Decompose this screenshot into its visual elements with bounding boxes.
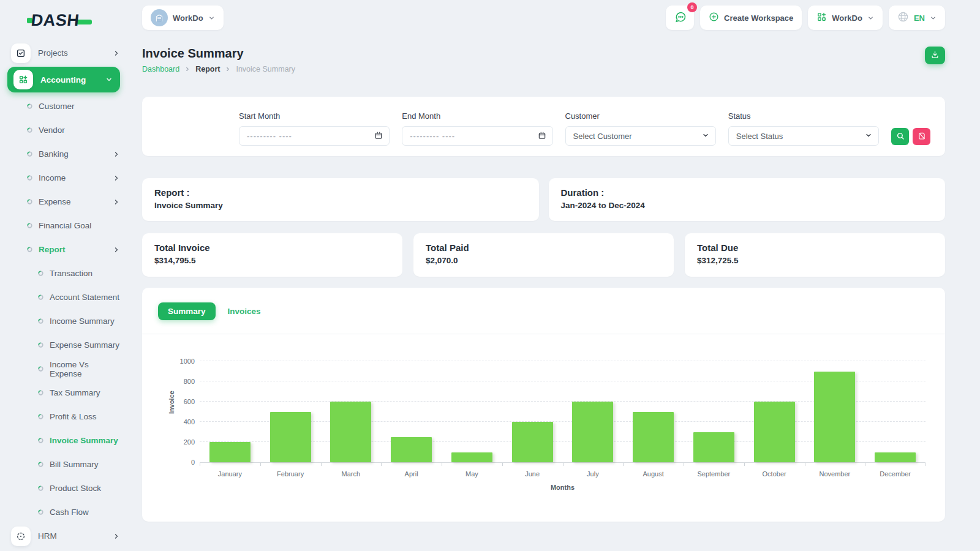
chart-slot-september: [684, 361, 744, 462]
sidebar-item-label: Income Summary: [50, 317, 120, 326]
customer-select[interactable]: Select Customer: [565, 126, 716, 146]
chart-bar-january[interactable]: [209, 442, 251, 462]
filter-form: Start Month --------- ---- End Month ---…: [239, 111, 930, 146]
total-value: $312,725.5: [697, 256, 933, 265]
target-icon: [27, 247, 32, 252]
brand-logo[interactable]: DASH: [27, 11, 129, 30]
sidebar-item-banking[interactable]: Banking: [0, 142, 129, 166]
sidebar-item-expense[interactable]: Expense: [0, 190, 129, 214]
sidebar-item-hrm[interactable]: HRM: [0, 524, 129, 548]
chart-bar-april[interactable]: [391, 437, 432, 462]
sidebar-item-invoice-summary[interactable]: Invoice Summary: [0, 429, 129, 452]
messages-badge: 0: [687, 2, 697, 12]
status-label: Status: [728, 111, 879, 121]
download-icon: [930, 50, 940, 61]
chevron-down-icon: [867, 15, 874, 21]
calendar-icon[interactable]: [374, 131, 383, 141]
breadcrumb-report: Report: [195, 65, 220, 73]
chart-xtick-april: April: [381, 470, 442, 478]
sidebar-item-account-statement[interactable]: Account Statement: [0, 285, 129, 309]
download-report-button[interactable]: [925, 47, 945, 64]
chart-bar-november[interactable]: [814, 372, 855, 463]
chart-bar-august[interactable]: [633, 412, 674, 463]
sidebar-item-accounting[interactable]: Accounting: [7, 67, 120, 92]
sidebar-item-profit-loss[interactable]: Profit & Loss: [0, 405, 129, 429]
hrm-icon: [11, 527, 31, 546]
sidebar-item-label: Transaction: [50, 269, 120, 278]
chart-bar-february[interactable]: [270, 412, 311, 463]
sidebar-item-label: Expense: [39, 197, 113, 206]
end-month-input[interactable]: --------- ----: [402, 126, 552, 146]
sidebar-item-label: Banking: [39, 149, 113, 159]
sidebar-item-transaction[interactable]: Transaction: [0, 261, 129, 285]
sidebar-item-income-summary[interactable]: Income Summary: [0, 309, 129, 333]
breadcrumb-dashboard[interactable]: Dashboard: [142, 65, 179, 73]
total-card-total-invoice: Total Invoice $314,795.5: [142, 233, 402, 277]
target-icon: [27, 103, 32, 109]
sidebar-item-product-stock[interactable]: Product Stock: [0, 476, 129, 500]
create-workspace-button[interactable]: Create Workspace: [700, 6, 802, 30]
sidebar-item-financial-goal[interactable]: Financial Goal: [0, 214, 129, 238]
plus-circle-icon: [709, 12, 719, 24]
chart-xtick-october: October: [744, 470, 805, 478]
duration-label: Duration :: [561, 187, 933, 198]
sidebar-item-customer[interactable]: Customer: [0, 94, 129, 118]
chevron-right-icon: [184, 66, 190, 72]
sidebar-item-label: Financial Goal: [39, 221, 120, 230]
chart-bar-july[interactable]: [572, 402, 613, 462]
chevron-right-icon: [113, 246, 120, 253]
target-icon: [27, 151, 32, 157]
chart-bar-december[interactable]: [875, 452, 916, 463]
chart-card: SummaryInvoices Invoice 0200400600800100…: [142, 288, 945, 522]
target-icon: [27, 223, 32, 228]
customer-field: Customer Select Customer: [565, 111, 716, 146]
workdo-menu-button[interactable]: WorkDo: [808, 6, 883, 30]
messages-button[interactable]: 0: [666, 6, 694, 30]
chevron-right-icon: [113, 151, 120, 158]
sidebar-item-vendor[interactable]: Vendor: [0, 118, 129, 142]
sidebar-item-expense-summary[interactable]: Expense Summary: [0, 333, 129, 357]
customer-select-value: Select Customer: [573, 132, 632, 141]
calendar-icon[interactable]: [538, 131, 546, 141]
sidebar-item-label: Customer: [39, 102, 120, 111]
workspace-name: WorkDo: [173, 13, 203, 23]
create-workspace-label: Create Workspace: [724, 13, 793, 23]
target-icon: [38, 390, 43, 395]
customer-label: Customer: [565, 111, 716, 121]
sidebar-item-tax-summary[interactable]: Tax Summary: [0, 381, 129, 405]
sidebar-item-label: Invoice Summary: [50, 436, 120, 445]
sidebar-item-projects[interactable]: Projects: [0, 41, 129, 65]
sidebar-item-label: Income: [39, 173, 113, 182]
chevron-right-icon: [225, 66, 231, 72]
tab-invoices[interactable]: Invoices: [225, 302, 263, 320]
sidebar: DASH ProjectsAccountingCustomerVendorBan…: [0, 0, 129, 551]
sidebar-item-label: Cash Flow: [50, 508, 120, 517]
sidebar-nav: ProjectsAccountingCustomerVendorBankingI…: [0, 41, 129, 548]
workspace-selector[interactable]: WorkDo: [142, 6, 224, 30]
start-month-field: Start Month --------- ----: [239, 111, 390, 146]
chart-bar-june[interactable]: [512, 422, 553, 462]
breadcrumb-invoice-summary: Invoice Summary: [236, 65, 295, 73]
sidebar-item-label: Account Statement: [50, 293, 120, 302]
chart-slot-november: [805, 361, 865, 462]
chart-bar-may[interactable]: [451, 452, 492, 463]
sidebar-item-income-vs-expense[interactable]: Income Vs Expense: [0, 357, 129, 381]
apply-filter-button[interactable]: [891, 128, 909, 145]
language-selector[interactable]: EN: [889, 6, 945, 30]
sidebar-item-report[interactable]: Report: [0, 238, 129, 261]
chart-bar-october[interactable]: [754, 402, 795, 462]
target-icon: [38, 462, 43, 467]
start-month-input[interactable]: --------- ----: [239, 126, 390, 146]
page-title: Invoice Summary: [142, 47, 295, 61]
sidebar-item-bill-summary[interactable]: Bill Summary: [0, 452, 129, 476]
page-header: Invoice Summary DashboardReportInvoice S…: [142, 47, 945, 73]
workspace-avatar: [151, 9, 168, 26]
sidebar-item-income[interactable]: Income: [0, 166, 129, 190]
chart-bar-september[interactable]: [693, 432, 734, 463]
sidebar-item-cash-flow[interactable]: Cash Flow: [0, 500, 129, 524]
tab-summary[interactable]: Summary: [158, 302, 216, 320]
total-label: Total Invoice: [154, 242, 390, 253]
chart-bar-march[interactable]: [330, 402, 371, 462]
status-select[interactable]: Select Status: [728, 126, 879, 146]
reset-filter-button[interactable]: [913, 128, 930, 145]
